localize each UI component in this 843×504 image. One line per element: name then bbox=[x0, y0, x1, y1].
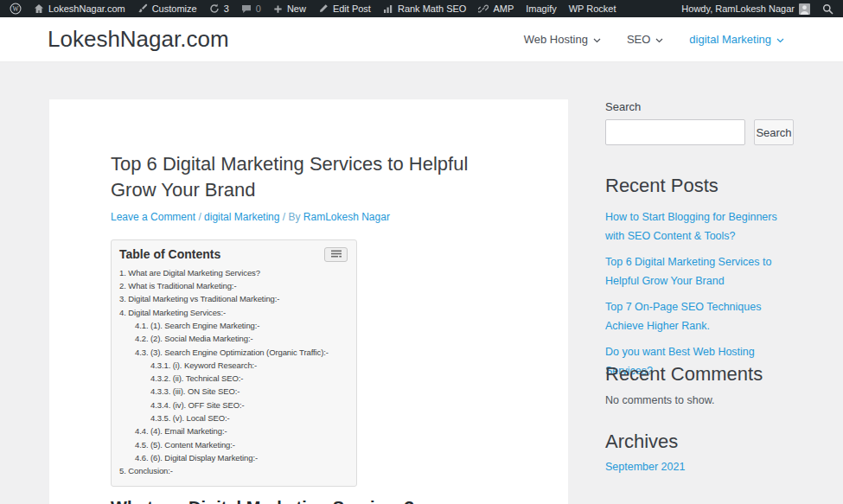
adminbar-search[interactable] bbox=[816, 3, 840, 15]
toc-item[interactable]: 4.3.3. (iii). ON Site SEO:- bbox=[119, 385, 348, 398]
chevron-down-icon bbox=[776, 38, 784, 43]
adminbar-new[interactable]: New bbox=[267, 0, 312, 17]
plus-icon bbox=[273, 4, 283, 14]
search-button[interactable]: Search bbox=[754, 119, 794, 145]
nav-item-digital-marketing[interactable]: digital Marketing bbox=[689, 33, 784, 46]
toc-title: Table of Contents bbox=[119, 247, 220, 261]
nav-item-seo-label: SEO bbox=[627, 33, 650, 46]
adminbar-customize[interactable]: Customize bbox=[131, 0, 203, 17]
adminbar-amp-label: AMP bbox=[493, 3, 514, 14]
nav-item-web-hosting[interactable]: Web Hosting bbox=[524, 33, 601, 46]
toc-item[interactable]: 4.3.4. (iv). OFF Site SEO:- bbox=[119, 399, 348, 411]
toc-item[interactable]: 4.1. (1). Search Engine Marketing:- bbox=[119, 319, 348, 332]
toc-list: 1. What are Digital Marketing Services? … bbox=[119, 266, 348, 478]
meta-separator: / bbox=[198, 211, 201, 223]
chevron-down-icon bbox=[655, 38, 663, 43]
comment-bubble-icon bbox=[241, 3, 252, 14]
adminbar-edit-post-label: Edit Post bbox=[333, 3, 371, 14]
search-icon bbox=[822, 3, 833, 15]
toc-item[interactable]: 4.3. (3). Search Engine Optimization (Or… bbox=[119, 346, 348, 359]
adminbar-rank-math-label: Rank Math SEO bbox=[398, 3, 466, 14]
wp-logo-menu[interactable]: W bbox=[3, 0, 28, 17]
chevron-down-icon bbox=[593, 38, 601, 43]
toc-item[interactable]: 4.6. (6). Digital Display Marketing:- bbox=[119, 451, 348, 464]
site-logo-title[interactable]: LokeshNagar.com bbox=[48, 26, 229, 53]
adminbar-updates[interactable]: 3 bbox=[203, 0, 235, 17]
pencil-icon bbox=[318, 3, 329, 14]
toc-item[interactable]: 2. What is Traditional Marketing:- bbox=[119, 279, 348, 292]
archives-widget: Archives September 2021 bbox=[605, 431, 809, 473]
adminbar-wp-rocket-label: WP Rocket bbox=[569, 3, 616, 14]
adminbar-rank-math[interactable]: Rank Math SEO bbox=[377, 0, 472, 17]
adminbar-comments[interactable]: 0 bbox=[235, 0, 267, 17]
category-link[interactable]: digital Marketing bbox=[204, 211, 279, 223]
archives-title: Archives bbox=[605, 431, 809, 453]
adminbar-customize-label: Customize bbox=[152, 3, 197, 14]
recent-posts-widget: Recent Posts How to Start Blogging for B… bbox=[605, 175, 809, 388]
recent-comments-widget: Recent Comments No comments to show. bbox=[605, 363, 809, 406]
user-silhouette-icon bbox=[799, 3, 810, 15]
section-heading: What are Digital Marketing Services? bbox=[111, 498, 516, 504]
site-header: LokeshNagar.com Web Hosting SEO digital … bbox=[0, 17, 843, 62]
adminbar-edit-post[interactable]: Edit Post bbox=[312, 0, 377, 17]
recent-post-link[interactable]: Top 6 Digital Marketing Services to Help… bbox=[605, 253, 794, 290]
toc-item[interactable]: 4.5. (5). Content Marketing:- bbox=[119, 438, 348, 451]
toc-item[interactable]: 3. Digital Marketing vs Traditional Mark… bbox=[119, 292, 348, 305]
recent-posts-title: Recent Posts bbox=[605, 175, 809, 197]
toc-item[interactable]: 1. What are Digital Marketing Services? bbox=[119, 266, 348, 279]
adminbar-amp[interactable]: AMP bbox=[472, 0, 520, 17]
recent-comments-title: Recent Comments bbox=[605, 363, 809, 386]
wordpress-logo-icon: W bbox=[10, 3, 22, 15]
nav-item-seo[interactable]: SEO bbox=[627, 33, 663, 46]
adminbar-site-name[interactable]: LokeshNagar.com bbox=[28, 0, 131, 17]
adminbar-howdy-label: Howdy, RamLokesh Nagar bbox=[681, 3, 795, 14]
toc-toggle-button[interactable] bbox=[324, 247, 348, 262]
table-of-contents: Table of Contents 1. What are Digital Ma… bbox=[111, 239, 357, 487]
toc-item[interactable]: 5. Conclusion:- bbox=[119, 464, 348, 477]
paintbrush-icon bbox=[137, 3, 148, 14]
adminbar-my-account[interactable]: Howdy, RamLokesh Nagar bbox=[675, 3, 816, 15]
link-icon bbox=[478, 3, 489, 14]
avatar bbox=[799, 3, 810, 15]
toc-item[interactable]: 4.3.5. (v). Local SEO:- bbox=[119, 411, 348, 424]
toc-item[interactable]: 4.4. (4). Email Marketing:- bbox=[119, 424, 348, 437]
search-widget: Search Search bbox=[605, 100, 809, 145]
home-icon bbox=[34, 3, 44, 14]
adminbar-imagify-label: Imagify bbox=[526, 3, 556, 14]
svg-text:W: W bbox=[12, 5, 18, 13]
adminbar-imagify[interactable]: Imagify bbox=[520, 0, 562, 17]
main-nav: Web Hosting SEO digital Marketing bbox=[524, 33, 784, 46]
toc-item[interactable]: 4.3.2. (ii). Technical SEO:- bbox=[119, 372, 348, 385]
no-comments-text: No comments to show. bbox=[605, 394, 809, 406]
adminbar-comments-count: 0 bbox=[256, 3, 261, 14]
bar-chart-icon bbox=[383, 3, 393, 14]
toc-item[interactable]: 4. Digital Marketing Services:- bbox=[119, 306, 348, 319]
meta-by-label: / By bbox=[283, 211, 301, 223]
nav-item-digital-marketing-label: digital Marketing bbox=[689, 33, 771, 46]
post-title: Top 6 Digital Marketing Services to Help… bbox=[111, 151, 516, 203]
search-widget-label: Search bbox=[605, 100, 809, 113]
adminbar-wp-rocket[interactable]: WP Rocket bbox=[563, 0, 623, 17]
search-input[interactable] bbox=[605, 119, 745, 145]
toc-header: Table of Contents bbox=[119, 247, 348, 262]
nav-item-web-hosting-label: Web Hosting bbox=[524, 33, 588, 46]
toc-item[interactable]: 4.2. (2). Social Media Marketing:- bbox=[119, 332, 348, 345]
toc-item[interactable]: 4.3.1. (i). Keyword Research:- bbox=[119, 359, 348, 372]
adminbar-site-name-label: LokeshNagar.com bbox=[48, 3, 125, 14]
update-icon bbox=[209, 3, 220, 14]
leave-comment-link[interactable]: Leave a Comment bbox=[111, 211, 195, 223]
post-meta: Leave a Comment / digital Marketing / By… bbox=[111, 211, 516, 223]
recent-posts-list: How to Start Blogging for Beginners with… bbox=[605, 208, 809, 380]
wp-admin-bar: W LokeshNagar.com Customize 3 0 New bbox=[0, 0, 843, 17]
article-card: Top 6 Digital Marketing Services to Help… bbox=[49, 99, 568, 504]
toc-list-icon bbox=[331, 250, 342, 258]
adminbar-updates-count: 3 bbox=[224, 3, 229, 14]
recent-post-link[interactable]: Top 7 On-Page SEO Techniques Achieve Hig… bbox=[605, 298, 794, 335]
recent-post-link[interactable]: How to Start Blogging for Beginners with… bbox=[605, 208, 794, 246]
archive-link[interactable]: September 2021 bbox=[605, 461, 809, 473]
author-link[interactable]: RamLokesh Nagar bbox=[303, 211, 390, 223]
adminbar-new-label: New bbox=[287, 3, 306, 14]
page-body: Top 6 Digital Marketing Services to Help… bbox=[0, 62, 843, 504]
